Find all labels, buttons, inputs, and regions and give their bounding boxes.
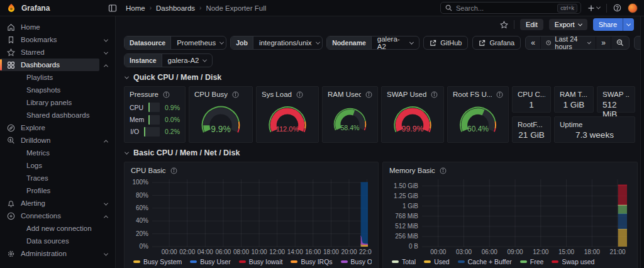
time-range-back-button[interactable]: « bbox=[526, 36, 540, 49]
breadcrumb-home[interactable]: Home bbox=[126, 4, 145, 12]
legend-item-free[interactable]: Free bbox=[520, 258, 544, 265]
sidebar-item-profiles[interactable]: Profiles bbox=[0, 184, 115, 197]
favorite-star-icon[interactable] bbox=[500, 21, 508, 29]
sidebar-item-connections[interactable]: Connections bbox=[0, 209, 115, 222]
time-zoom-out-button[interactable] bbox=[611, 36, 629, 49]
grafana-link-button[interactable]: Grafana bbox=[472, 36, 521, 50]
panel-memory-basic: Memory Basic0 B256 MiB512 MiB768 MiB1 Gi… bbox=[382, 162, 638, 268]
dashboard-content: DatasourcePrometheusJobintegrations/unix… bbox=[116, 33, 640, 268]
sidebar-item-metrics[interactable]: Metrics bbox=[0, 147, 115, 159]
sidebar-item-library-panels[interactable]: Library panels bbox=[0, 96, 115, 109]
sidebar-item-home[interactable]: Home bbox=[0, 21, 115, 33]
legend-item-busy-iowait[interactable]: Busy Iowait bbox=[239, 258, 283, 265]
sidebar-item-explore[interactable]: Explore bbox=[0, 121, 115, 134]
sidebar-item-alerting[interactable]: Alerting bbox=[0, 197, 115, 209]
user-avatar[interactable] bbox=[628, 3, 638, 13]
help-icon[interactable] bbox=[613, 4, 621, 12]
filter-pill-job[interactable]: Jobintegrations/unix bbox=[230, 36, 323, 50]
search-input[interactable]: Search... ctrl+k bbox=[440, 2, 581, 14]
time-range-forward-button[interactable]: » bbox=[596, 36, 611, 49]
panel-title[interactable]: CPU Basic bbox=[131, 167, 166, 174]
chart-plot-area[interactable]: 0%20%40%60%80%100%00:0002:0004:0006:0008… bbox=[131, 175, 372, 256]
info-icon[interactable] bbox=[232, 91, 239, 98]
info-icon[interactable] bbox=[170, 167, 177, 174]
sidebar-item-dashboards[interactable]: Dashboards bbox=[0, 59, 115, 71]
star-icon bbox=[6, 48, 15, 57]
panel-title[interactable]: Memory Basic bbox=[389, 167, 435, 174]
export-button[interactable]: Export bbox=[549, 19, 587, 30]
panel-title[interactable]: Sys Load bbox=[262, 91, 292, 98]
info-icon[interactable] bbox=[440, 167, 447, 174]
sidebar-item-data-sources[interactable]: Data sources bbox=[0, 235, 115, 247]
sidebar-item-add-new-connection[interactable]: Add new connection bbox=[0, 222, 115, 235]
sidebar-item-playlists[interactable]: Playlists bbox=[0, 71, 115, 84]
panel-title[interactable]: SWAP Used bbox=[387, 91, 426, 98]
breadcrumb-dashboards[interactable]: Dashboards bbox=[156, 4, 195, 12]
gauge-chart: 9.9% bbox=[194, 99, 247, 139]
filter-pill-datasource[interactable]: DatasourcePrometheus bbox=[124, 36, 226, 50]
section-collapse-icon bbox=[125, 150, 129, 154]
panel-title[interactable]: RootF... bbox=[518, 121, 543, 128]
chevron-up-icon[interactable] bbox=[104, 212, 108, 220]
panel-title[interactable]: CPU Busy bbox=[194, 91, 228, 98]
sidebar-item-snapshots[interactable]: Snapshots bbox=[0, 84, 115, 96]
filter-value[interactable]: integrations/unix bbox=[253, 36, 323, 49]
scrollbar-track[interactable] bbox=[640, 16, 644, 268]
chart-plot-area[interactable]: 0 B256 MiB512 MiB768 MiB1 GiB1.25 GiB1.5… bbox=[389, 175, 631, 256]
filter-value[interactable]: galera-A2 bbox=[162, 54, 213, 67]
section-quick-cpu-mem-disk[interactable]: Quick CPU / Mem / Disk bbox=[125, 73, 638, 82]
legend-item-busy-other[interactable]: Busy Other bbox=[341, 258, 372, 265]
legend-item-busy-irqs[interactable]: Busy IRQs bbox=[291, 258, 332, 265]
github-link-button[interactable]: GitHub bbox=[423, 36, 468, 50]
legend-item-busy-user[interactable]: Busy User bbox=[190, 258, 230, 265]
chevron-down-icon[interactable] bbox=[104, 36, 108, 43]
legend-item-used[interactable]: Used bbox=[424, 258, 450, 265]
chevron-down-icon[interactable] bbox=[104, 199, 108, 207]
panel-title[interactable]: SWAP ... bbox=[602, 91, 630, 98]
sidebar-item-traces[interactable]: Traces bbox=[0, 172, 115, 184]
legend-item-busy-system[interactable]: Busy System bbox=[133, 258, 182, 265]
time-range-picker[interactable]: Last 24 hours bbox=[540, 36, 596, 49]
sidebar-item-bookmarks[interactable]: Bookmarks bbox=[0, 33, 115, 46]
time-picker-group: « Last 24 hours » bbox=[525, 36, 630, 50]
chevron-up-icon[interactable] bbox=[104, 61, 108, 69]
edit-button[interactable]: Edit bbox=[520, 19, 543, 30]
sidebar-item-administration[interactable]: Administration bbox=[0, 247, 115, 260]
section-collapse-icon bbox=[125, 74, 129, 79]
section-basic-cpu-mem-net-disk[interactable]: Basic CPU / Mem / Net / Disk bbox=[125, 148, 638, 157]
new-menu-button[interactable] bbox=[587, 4, 600, 12]
sidebar-item-starred[interactable]: Starred bbox=[0, 46, 115, 59]
panel-title[interactable]: Root FS U... bbox=[453, 91, 492, 98]
filter-label: Instance bbox=[125, 54, 162, 67]
sidebar-item-drilldown[interactable]: Drilldown bbox=[0, 134, 115, 147]
grafana-logo-icon[interactable] bbox=[6, 3, 16, 13]
sidebar-item-logs[interactable]: Logs bbox=[0, 159, 115, 172]
legend-item-cache-buffer[interactable]: Cache + Buffer bbox=[458, 258, 512, 265]
share-button[interactable]: Share bbox=[593, 18, 623, 31]
chevron-up-icon[interactable] bbox=[104, 137, 108, 144]
info-icon[interactable] bbox=[431, 91, 438, 98]
panel-title[interactable]: RAM T... bbox=[560, 91, 587, 98]
filter-value[interactable]: galera-A2 bbox=[372, 36, 419, 49]
filter-pill-instance[interactable]: Instancegalera-A2 bbox=[124, 53, 213, 67]
legend-item-total[interactable]: Total bbox=[392, 258, 416, 265]
chevron-down-icon[interactable] bbox=[104, 250, 108, 257]
panel-title[interactable]: Uptime bbox=[560, 121, 582, 128]
legend-item-swap-used[interactable]: Swap used bbox=[552, 258, 594, 265]
info-icon[interactable] bbox=[163, 91, 170, 98]
sidebar-toggle-icon[interactable] bbox=[108, 4, 117, 13]
chevron-down-icon[interactable] bbox=[104, 48, 108, 56]
dashboard-links-and-time: GitHub Grafana « Last 24 hours bbox=[423, 36, 644, 50]
info-icon[interactable] bbox=[365, 91, 372, 98]
panel-title[interactable]: RAM Used bbox=[328, 91, 361, 98]
sidebar-item-shared-dashboards[interactable]: Shared dashboards bbox=[0, 109, 115, 121]
share-options-button[interactable] bbox=[623, 18, 634, 31]
panel-title[interactable]: Pressure bbox=[130, 91, 158, 98]
panel-title[interactable]: CPU C... bbox=[518, 91, 545, 98]
pressure-row-cpu: CPU0.9% bbox=[130, 103, 180, 112]
svg-text:20%: 20% bbox=[136, 230, 148, 237]
filter-value[interactable]: Prometheus bbox=[171, 36, 226, 49]
info-icon[interactable] bbox=[496, 91, 503, 98]
filter-pill-nodename[interactable]: Nodenamegalera-A2 bbox=[326, 36, 419, 50]
info-icon[interactable] bbox=[296, 91, 303, 98]
